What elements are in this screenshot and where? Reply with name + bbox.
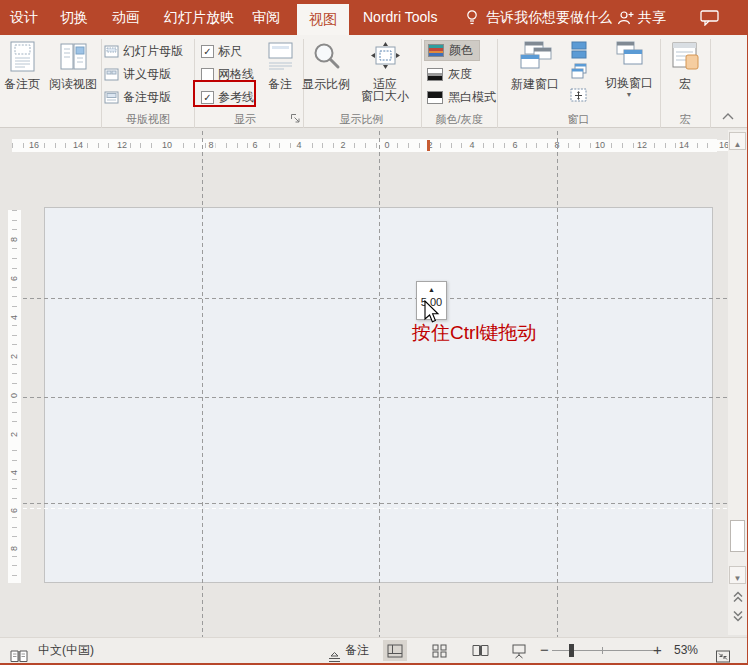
scroll-up-button[interactable]: ▲	[729, 132, 746, 150]
h-ruler-number: 16	[27, 140, 41, 151]
tab-view-active[interactable]: 视图	[297, 4, 349, 35]
dropdown-arrow-icon: ▼	[599, 91, 659, 98]
fit-to-window-label-2: 窗口大小	[352, 90, 418, 102]
ruler-checkbox[interactable]: ✓ 标尺	[201, 42, 242, 61]
guide-ghost-highlight	[23, 508, 727, 509]
slideshow-view-button[interactable]	[507, 640, 531, 661]
notes-page-icon	[6, 40, 39, 73]
tab-transitions[interactable]: 切换	[60, 0, 88, 35]
ribbon: 备注页 阅读视图 幻灯片母版	[0, 35, 747, 128]
macros-icon	[669, 40, 702, 73]
v-ruler-number: 4	[9, 466, 20, 479]
switch-windows-button[interactable]: 切换窗口 ▼	[599, 38, 659, 98]
v-ruler-number: 8	[9, 542, 20, 555]
share-person-icon	[617, 9, 635, 26]
zoom-slider-handle[interactable]	[569, 644, 574, 657]
tab-review[interactable]: 审阅	[252, 0, 280, 35]
scrollbar-thumb[interactable]	[730, 520, 745, 552]
horizontal-guide[interactable]	[23, 397, 727, 398]
h-ruler-number: 4	[294, 140, 303, 151]
notes-page-label: 备注页	[0, 78, 44, 90]
ribbon-tab-bar: 设计 切换 动画 幻灯片放映 审阅 视图 Nordri Tools 告诉我你想要…	[0, 0, 747, 35]
h-ruler-number: 6	[250, 140, 259, 151]
notes-master-icon	[104, 91, 119, 104]
slide-sorter-view-button[interactable]	[427, 640, 451, 661]
tab-design[interactable]: 设计	[10, 0, 38, 35]
show-dialog-launcher-icon[interactable]	[290, 113, 301, 124]
scroll-up-arrow-icon: ▲	[734, 140, 742, 149]
vertical-ruler[interactable]: 864202468	[8, 210, 21, 583]
macros-label: 宏	[663, 78, 707, 90]
tab-animations[interactable]: 动画	[112, 0, 140, 35]
new-window-icon	[517, 40, 553, 73]
status-bar: 中文(中国) 备注	[0, 637, 747, 663]
previous-slide-icon[interactable]	[731, 590, 745, 604]
v-ruler-number: 8	[9, 233, 20, 246]
zoom-label: 显示比例	[302, 78, 350, 90]
vertical-guide[interactable]	[379, 131, 380, 637]
tab-slideshow[interactable]: 幻灯片放映	[164, 0, 234, 35]
black-white-label: 黑白模式	[448, 89, 496, 106]
macros-button[interactable]: 宏	[663, 38, 707, 90]
ruler-drag-position-marker	[427, 140, 430, 151]
grayscale-button[interactable]: 灰度	[424, 64, 478, 85]
black-white-button[interactable]: 黑白模式	[424, 87, 502, 108]
handout-master-button[interactable]: 讲义母版	[104, 65, 171, 84]
v-ruler-number: 0	[9, 389, 20, 402]
guides-checkbox[interactable]: ✓ 参考线	[201, 88, 254, 107]
reading-view-button[interactable]: 阅读视图	[45, 38, 101, 90]
notes-master-button[interactable]: 备注母版	[104, 88, 171, 107]
arrange-all-icon[interactable]	[569, 41, 589, 59]
h-ruler-number: 10	[593, 140, 607, 151]
vertical-scrollbar[interactable]: ▲ ▼	[728, 130, 747, 635]
notes-master-label: 备注母版	[123, 89, 171, 106]
vertical-guide[interactable]	[202, 131, 203, 637]
horizontal-guide[interactable]	[23, 503, 727, 504]
horizontal-guide[interactable]	[23, 298, 727, 299]
h-ruler-number: 14	[677, 140, 691, 151]
h-ruler-number: 0	[382, 140, 391, 151]
new-window-button[interactable]: 新建窗口	[504, 38, 566, 90]
cascade-windows-icon[interactable]	[569, 63, 589, 81]
color-mode-button[interactable]: 颜色	[424, 40, 480, 61]
normal-view-icon	[387, 644, 403, 658]
normal-view-button[interactable]	[383, 640, 407, 661]
zoom-out-button[interactable]: −	[540, 638, 549, 663]
gridlines-checkbox[interactable]: 网格线	[201, 65, 254, 84]
notes-page-button[interactable]: 备注页	[0, 38, 44, 90]
zoom-button[interactable]: 显示比例	[302, 38, 350, 90]
checkbox-checked-icon: ✓	[201, 91, 214, 104]
reading-view-status-button[interactable]	[468, 640, 492, 661]
zoom-in-button[interactable]: +	[653, 638, 662, 663]
new-window-label: 新建窗口	[504, 78, 566, 90]
checkbox-checked-icon: ✓	[201, 45, 214, 58]
zoom-slider-track[interactable]	[552, 650, 657, 651]
slide-sorter-icon	[432, 644, 447, 658]
notes-button[interactable]: 备注	[259, 38, 301, 90]
tab-nordri-tools[interactable]: Nordri Tools	[363, 0, 437, 35]
language-indicator[interactable]: 中文(中国)	[38, 638, 94, 663]
fit-slide-to-window-icon[interactable]	[715, 644, 731, 665]
collapse-ribbon-icon[interactable]	[721, 111, 735, 123]
handout-master-label: 讲义母版	[123, 66, 171, 83]
slide-master-icon	[104, 45, 119, 58]
scroll-down-button[interactable]: ▼	[729, 566, 746, 584]
zoom-percentage[interactable]: 53%	[674, 638, 698, 663]
vertical-guide[interactable]	[557, 131, 558, 637]
fit-to-window-button[interactable]: 适应 窗口大小	[352, 38, 418, 102]
h-ruler-number: 8	[206, 140, 215, 151]
slide-master-button[interactable]: 幻灯片母版	[104, 42, 183, 61]
v-ruler-number: 2	[9, 350, 20, 363]
reading-view-status-icon	[472, 644, 489, 657]
horizontal-ruler[interactable]: 1614121086420246810121416	[12, 139, 717, 152]
lightbulb-icon	[464, 9, 480, 26]
comments-icon[interactable]	[700, 10, 720, 26]
tell-me-box[interactable]: 告诉我你想要做什么	[486, 0, 612, 35]
switch-windows-icon	[611, 40, 647, 72]
notes-toggle-button[interactable]: 备注	[345, 638, 369, 663]
move-split-icon[interactable]	[569, 87, 589, 105]
h-ruler-number: 14	[71, 140, 85, 151]
proofing-book-icon[interactable]	[10, 644, 28, 665]
share-button[interactable]: 共享	[638, 0, 666, 35]
next-slide-icon[interactable]	[731, 609, 745, 623]
